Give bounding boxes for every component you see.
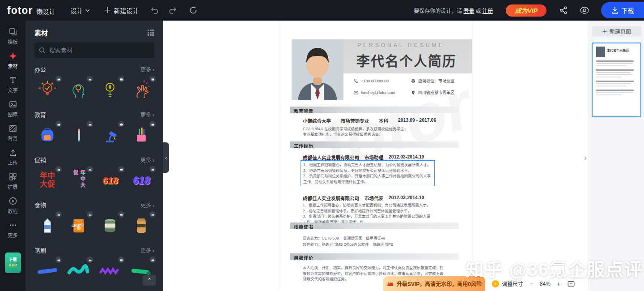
sidebar-item-upload[interactable]: 上传 <box>0 145 25 169</box>
element-desk-lamp[interactable] <box>97 122 123 148</box>
element-backpack[interactable] <box>34 122 60 148</box>
element-brush-blue[interactable] <box>34 258 60 284</box>
section-education[interactable]: 教育背景 <box>290 107 459 113</box>
education-detail-2[interactable]: 专业基本功扎实，毕业论文获得校级优秀论文。 <box>303 132 383 137</box>
or-text: 或 <box>475 8 481 14</box>
page-thumbnail[interactable]: 李代名个人简历 <box>592 43 641 117</box>
element-brush-purple[interactable] <box>97 258 123 284</box>
layout-grid-button[interactable] <box>147 29 154 36</box>
download-app-badge[interactable]: 下载 APP <box>5 252 21 273</box>
element-618-red[interactable]: 618 <box>97 167 123 193</box>
crown-icon <box>387 281 394 287</box>
section-self-evaluation[interactable]: 自我评价 <box>290 253 459 260</box>
images-icon <box>8 100 17 109</box>
lightning-icon <box>492 280 499 287</box>
search-input[interactable] <box>49 47 150 54</box>
sidebar-item-tutorials[interactable]: 教程 <box>0 193 25 218</box>
contact-phone[interactable]: +180 00000000 <box>354 78 411 84</box>
element-food-can[interactable] <box>97 213 123 239</box>
element-milk-carton[interactable] <box>34 213 60 239</box>
panel-collapse-handle[interactable]: ‹ <box>163 142 169 173</box>
chevron-right-icon: › <box>153 112 154 118</box>
work-entry-1-title[interactable]: 成都佳人实业发展有限公司 市场助理 2012.03-2014.10 <box>303 154 424 161</box>
work-entry-1-bullets-selected[interactable]: 1、根据工作招聘重心，协助完善人才配置机制；为公司输送发展所需人才。 2、协助完… <box>301 160 435 186</box>
contact-position[interactable]: 应聘职位：市场总监 <box>411 78 470 84</box>
element-pencil[interactable] <box>66 122 92 148</box>
fit-screen-button[interactable] <box>567 280 575 287</box>
preview-button[interactable] <box>580 7 589 14</box>
more-link-brushes[interactable]: 更多› <box>140 246 154 254</box>
sidebar-rail: 模板 素材 文字 图库 背景 上传 扩展 教程 <box>0 21 25 291</box>
new-design-button[interactable]: ＋ 新建设计 <box>103 6 139 15</box>
element-snap-hand[interactable] <box>128 77 154 103</box>
element-idea-bulb[interactable] <box>34 77 60 103</box>
work-entry-2-title[interactable]: 成都佳人实业发展有限公司 市场代表 2012.03-2014.10 <box>303 195 424 201</box>
element-promo-vertical-text[interactable]: 年中大促 <box>66 167 92 193</box>
sidebar-item-text[interactable]: 文字 <box>0 73 25 97</box>
share-button[interactable] <box>559 6 568 15</box>
element-bulb-plant[interactable] <box>97 77 123 103</box>
section-work[interactable]: 工作经历 <box>290 141 459 148</box>
pages-collapse-handle[interactable]: › <box>584 153 587 163</box>
element-midyear-sale[interactable]: 年中大促 <box>34 167 60 193</box>
undo-button[interactable] <box>150 6 159 14</box>
vip-crown-badge <box>55 76 62 82</box>
sidebar-item-templates[interactable]: 模板 <box>0 24 25 48</box>
education-degree-line[interactable]: 小懒综合大学 市场营销专业 本科 2013.09 - 2017.06 <box>303 117 436 124</box>
vip-crown-badge <box>55 211 62 218</box>
sidebar-item-extensions[interactable]: 扩展 <box>0 169 25 193</box>
element-head-bulb[interactable] <box>66 77 92 103</box>
section-skills[interactable]: 技能证书 <box>290 223 459 229</box>
design-menu[interactable]: 设计 <box>70 6 90 15</box>
tutorials-icon <box>8 197 17 205</box>
skills-line-2[interactable]: 软件能力：熟练运用MS Office办公软件 熟练运用PS <box>303 242 393 248</box>
more-link-education[interactable]: 更多› <box>140 111 154 118</box>
panel-collapse-up-button[interactable]: ⌃ <box>143 275 156 286</box>
new-page-button[interactable]: ＋ 新建页面 <box>592 26 641 36</box>
email-icon <box>354 90 358 95</box>
more-link-food[interactable]: 更多› <box>140 201 154 209</box>
sidebar-item-images[interactable]: 图库 <box>0 97 25 121</box>
element-618-blue[interactable]: 618 <box>128 167 154 193</box>
resume-en-title[interactable]: PERSONAL RESUME <box>357 42 445 48</box>
chevron-right-icon: › <box>153 202 154 209</box>
fotor-logo[interactable]: fotor 懒设计 <box>7 4 55 17</box>
download-button[interactable]: 下载 <box>601 2 644 18</box>
section-name-education: 教育 <box>34 110 46 119</box>
redo-button[interactable] <box>168 6 177 14</box>
search-box[interactable] <box>34 43 154 58</box>
vip-crown-badge <box>55 121 62 127</box>
new-design-label: 新建设计 <box>114 6 139 15</box>
contact-address[interactable]: 四川省成都市青羊区 <box>411 90 470 95</box>
element-pen-cup[interactable] <box>128 122 154 148</box>
refresh-button[interactable] <box>189 6 198 15</box>
zoom-in-button[interactable]: + <box>557 280 561 287</box>
svip-upgrade-banner[interactable]: 升级SVIP，高清无水印，商用0风险 <box>383 276 485 291</box>
zoom-out-button[interactable]: − <box>530 280 534 287</box>
resize-button[interactable]: 调整尺寸 <box>492 280 523 287</box>
login-link[interactable]: 登录 <box>463 8 474 14</box>
contact-email[interactable]: lansheji@fotor.com <box>354 90 411 95</box>
element-brush-teal[interactable] <box>66 258 92 284</box>
element-chips-bag[interactable]: CHIPS! <box>66 213 92 239</box>
panel-title: 素材 <box>34 28 48 37</box>
more-link-promo[interactable]: 更多› <box>140 156 154 163</box>
sidebar-item-more[interactable]: 更多 <box>0 218 25 242</box>
vip-crown-badge <box>118 121 124 127</box>
vip-crown-badge <box>118 166 124 172</box>
skills-line-1[interactable]: 语言能力：CET6 538 普通话国家一级甲等证书 <box>303 235 385 241</box>
sidebar-item-background[interactable]: 背景 <box>0 121 25 145</box>
resume-document[interactable]: fotor PERSONAL RESUME 李代名个人简历 +180 <box>280 21 472 291</box>
contact-block[interactable]: +180 00000000 应聘职位：市场总监 lansheji@fotor.c… <box>354 78 470 95</box>
resume-title[interactable]: 李代名个人简历 <box>356 50 457 70</box>
canvas[interactable]: ‹ › fotor PERSONAL RESUME 李代名个人简历 <box>163 21 589 291</box>
vip-crown-badge <box>87 76 93 82</box>
resume-photo[interactable] <box>292 39 343 100</box>
sidebar-item-elements[interactable]: 素材 <box>0 48 25 73</box>
more-link-office[interactable]: 更多› <box>140 65 154 73</box>
vip-crown-badge <box>87 211 93 218</box>
vip-button[interactable]: 成为VIP <box>506 4 547 17</box>
element-snack-bag[interactable] <box>128 213 154 239</box>
register-link[interactable]: 注册 <box>482 8 493 14</box>
education-detail-1[interactable]: GPA:3.8/4.0 在校期间学习成绩优异，多次获得校级优秀学生； <box>303 126 408 132</box>
